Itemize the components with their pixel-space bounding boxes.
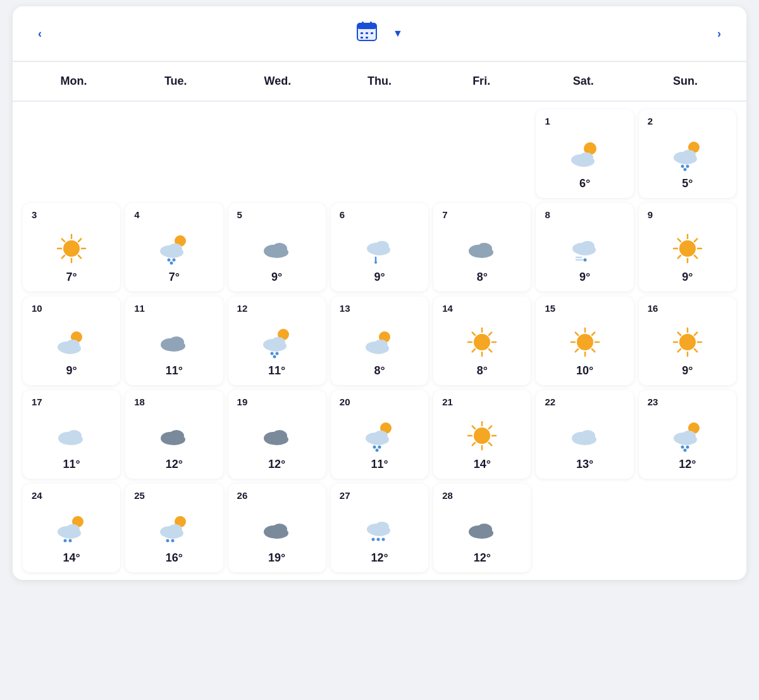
weather-icon (156, 418, 192, 458)
day-cell[interactable]: 2 5° (639, 109, 736, 198)
svg-line-95 (592, 349, 595, 352)
day-cell[interactable]: 1 6° (536, 109, 633, 198)
temperature: 14° (63, 551, 80, 565)
dropdown-arrow-icon[interactable]: ▼ (393, 28, 403, 39)
day-number: 12 (237, 303, 248, 314)
temperature: 9° (66, 364, 77, 378)
svg-point-12 (573, 156, 595, 167)
weekday-sat: Sat. (533, 62, 634, 101)
day-cell[interactable]: 17 11° (23, 390, 120, 479)
svg-line-94 (575, 333, 577, 335)
day-cell[interactable]: 18 12° (125, 390, 223, 479)
svg-line-105 (694, 333, 697, 335)
svg-point-41 (369, 244, 390, 255)
day-cell[interactable]: 21 14° (433, 390, 531, 479)
day-number: 3 (32, 209, 37, 220)
day-number: 10 (32, 303, 42, 314)
day-cell (639, 484, 736, 572)
day-cell[interactable]: 22 13° (536, 390, 633, 479)
temperature: 5° (682, 177, 693, 190)
day-cell[interactable]: 10 9° (23, 297, 120, 385)
day-cell[interactable]: 25 16° (125, 484, 223, 572)
svg-point-38 (266, 247, 288, 258)
weather-icon (259, 418, 295, 458)
day-cell[interactable]: 23 12° (639, 390, 736, 479)
svg-point-34 (173, 259, 176, 262)
svg-line-96 (592, 333, 595, 335)
weather-icon (464, 324, 500, 364)
weekday-mon: Mon. (23, 62, 125, 101)
weather-icon (670, 137, 705, 177)
weather-icon (670, 231, 705, 271)
weather-icon (362, 512, 397, 551)
day-number: 7 (442, 209, 447, 220)
temperature: 11° (268, 364, 285, 378)
day-cell[interactable]: 24 14° (23, 484, 120, 572)
svg-point-18 (686, 165, 689, 168)
day-number: 23 (648, 396, 658, 407)
weekdays-row: Mon. Tue. Wed. Thu. Fri. Sat. Sun. (13, 62, 746, 102)
day-cell[interactable]: 8 9° (536, 203, 633, 292)
day-number: 15 (545, 303, 555, 314)
day-cell[interactable]: 14 8° (433, 297, 531, 385)
day-cell[interactable]: 3 7° (23, 203, 120, 292)
svg-point-80 (474, 334, 490, 350)
svg-point-32 (162, 247, 183, 258)
next-month-button[interactable]: › (707, 25, 726, 43)
day-cell[interactable]: 13 8° (331, 297, 428, 385)
svg-point-134 (574, 434, 596, 445)
svg-point-147 (69, 539, 72, 543)
day-number: 21 (442, 396, 453, 407)
day-cell[interactable]: 28 12° (433, 484, 531, 572)
svg-rect-5 (366, 32, 368, 34)
weather-icon (259, 324, 295, 364)
day-cell[interactable]: 19 12° (228, 390, 326, 479)
svg-point-140 (686, 446, 689, 449)
day-number: 8 (545, 209, 550, 220)
day-cell[interactable]: 26 19° (228, 484, 326, 572)
weather-icon (464, 418, 500, 458)
day-number: 14 (442, 303, 453, 314)
svg-point-109 (60, 434, 83, 445)
temperature: 14° (474, 458, 491, 471)
day-cell[interactable]: 27 12° (331, 484, 428, 572)
svg-point-19 (683, 168, 686, 171)
calendar: ‹ ▼ › (13, 6, 746, 580)
weekday-sun: Sun. (634, 62, 736, 101)
day-cell (23, 109, 120, 198)
day-cell[interactable]: 11 11° (125, 297, 223, 385)
temperature: 6° (579, 177, 590, 190)
weather-icon (567, 231, 603, 271)
day-cell[interactable]: 6 9° (331, 203, 428, 292)
calendar-header: ‹ ▼ › (13, 6, 746, 62)
day-cell[interactable]: 5 9° (228, 203, 326, 292)
svg-point-146 (64, 539, 67, 543)
weather-icon (259, 512, 295, 551)
weekday-wed: Wed. (226, 62, 328, 101)
day-number: 28 (442, 490, 453, 501)
day-number: 22 (545, 396, 555, 407)
temperature: 9° (682, 271, 693, 284)
weekday-fri: Fri. (431, 62, 533, 101)
weekday-thu: Thu. (328, 62, 430, 101)
day-cell[interactable]: 12 11° (228, 297, 326, 385)
day-cell[interactable]: 4 7° (125, 203, 223, 292)
svg-point-151 (162, 527, 183, 539)
day-cell[interactable]: 16 9° (639, 297, 736, 385)
day-cell[interactable]: 9 9° (639, 203, 736, 292)
day-cell[interactable]: 20 11° (331, 390, 428, 479)
day-number: 27 (340, 490, 350, 501)
svg-line-60 (694, 239, 697, 242)
weekday-tue: Tue. (125, 62, 226, 101)
day-number: 6 (340, 209, 345, 220)
day-cell[interactable]: 15 10° (536, 297, 633, 385)
temperature: 19° (268, 551, 285, 565)
temperature: 8° (477, 364, 488, 378)
day-cell[interactable]: 7 8° (433, 203, 531, 292)
day-number: 2 (648, 116, 653, 126)
temperature: 16° (166, 551, 183, 565)
prev-month-button[interactable]: ‹ (33, 25, 52, 43)
current-month-title: ▼ (356, 20, 403, 47)
svg-point-122 (375, 449, 378, 452)
temperature: 12° (679, 458, 696, 471)
